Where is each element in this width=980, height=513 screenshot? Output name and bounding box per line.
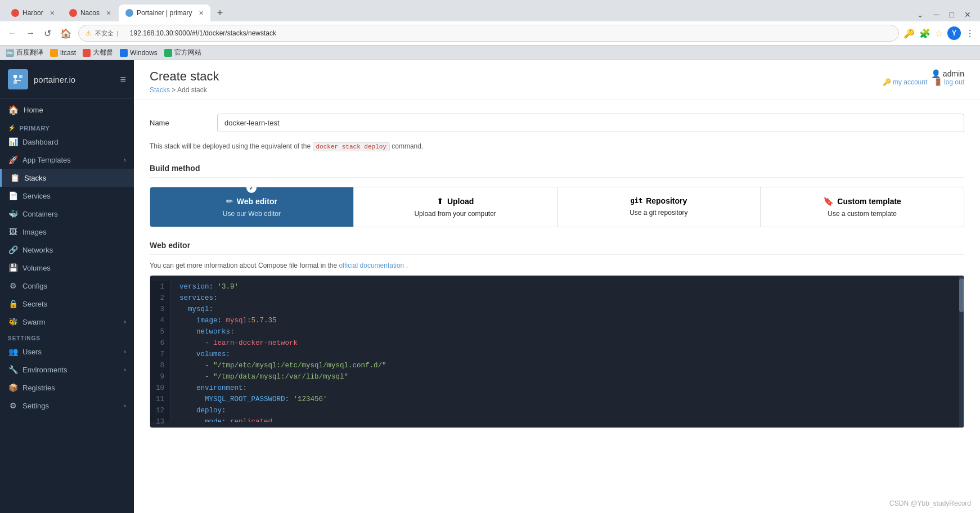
sidebar-item-home[interactable]: 🏠 Home <box>0 99 134 121</box>
address-bar: ← → ↺ 🏠 ⚠ 不安全 | 🔑 🧩 ☆ Y ⋮ <box>0 21 980 46</box>
dashboard-icon: 📊 <box>8 137 18 146</box>
template-icon: 🔖 <box>823 196 834 206</box>
bookmark-icon <box>164 49 172 57</box>
bookmark-official[interactable]: 官方网站 <box>164 48 201 57</box>
star-icon[interactable]: ☆ <box>935 28 943 39</box>
sidebar-item-environments[interactable]: 🔧 Environments › <box>0 361 134 379</box>
profile-icon[interactable]: Y <box>947 26 961 40</box>
sidebar-label-users: Users <box>23 348 42 356</box>
custom-tab-title: Custom template <box>837 197 901 206</box>
git-tab-subtitle: Use a git repository <box>630 209 687 217</box>
bookmark-dadu[interactable]: 大都督 <box>83 48 113 57</box>
reload-button[interactable]: ↺ <box>42 27 53 40</box>
name-input[interactable] <box>217 114 964 132</box>
header-user: 👤 admin 🔑 my account 🚪 log out <box>878 69 964 86</box>
build-method-label: Build method <box>150 164 964 178</box>
breadcrumb: Stacks > Add stack <box>150 86 219 94</box>
svg-rect-2 <box>14 80 17 84</box>
code-content[interactable]: version: '3.9' services: mysql: image: m… <box>170 281 964 422</box>
bookmark-baidu[interactable]: 🔤 百度翻译 <box>6 48 43 57</box>
logout-icon: 🚪 <box>934 78 942 86</box>
logout-link[interactable]: 🚪 log out <box>934 78 964 86</box>
new-tab-button[interactable]: + <box>212 5 229 21</box>
tab-close-icon[interactable]: × <box>106 9 111 17</box>
main-header: Create stack Stacks > Add stack 👤 admin … <box>134 60 980 100</box>
sidebar-logo: portainer.io ≡ <box>0 60 134 99</box>
sidebar-toggle-icon[interactable]: ≡ <box>120 74 126 86</box>
git-icon: git <box>630 197 642 205</box>
sidebar-item-configs[interactable]: ⚙ Configs <box>0 277 134 295</box>
menu-icon[interactable]: ⋮ <box>965 28 974 39</box>
watermark: CSDN @Ybb_studyRecord <box>889 500 971 507</box>
tab-nacos[interactable]: Nacos × <box>62 4 118 21</box>
tab-close-icon[interactable]: × <box>199 9 204 17</box>
extensions-icon[interactable]: 🧩 <box>919 28 930 39</box>
forward-button[interactable]: → <box>24 27 37 39</box>
networks-icon: 🔗 <box>8 245 18 254</box>
sidebar-item-app-templates[interactable]: 🚀 App Templates › <box>0 151 134 169</box>
url-input[interactable] <box>122 27 892 39</box>
tab-label: Portainer | primary <box>137 9 192 17</box>
minimize-icon[interactable]: ─ <box>929 8 944 21</box>
sidebar-item-stacks[interactable]: 📋 Stacks <box>0 169 134 187</box>
restore-icon[interactable]: □ <box>945 8 959 21</box>
sidebar-item-containers[interactable]: 🐳 Containers <box>0 205 134 223</box>
tab-label: Harbor <box>23 9 43 17</box>
tab-close-icon[interactable]: × <box>50 9 55 17</box>
name-label: Name <box>150 119 217 127</box>
bookmark-itcast[interactable]: itcast <box>50 49 76 57</box>
close-window-icon[interactable]: ✕ <box>960 8 975 21</box>
my-account-link[interactable]: 🔑 my account <box>883 78 929 86</box>
insecure-label: 不安全 <box>95 29 114 38</box>
breadcrumb-stacks-link[interactable]: Stacks <box>150 86 170 94</box>
sidebar-item-networks[interactable]: 🔗 Networks <box>0 241 134 259</box>
official-docs-link[interactable]: official documentation <box>339 262 406 269</box>
settings-section-label: SETTINGS <box>0 331 134 343</box>
sidebar-item-services[interactable]: 📄 Services <box>0 187 134 205</box>
web-editor-tab-subtitle: Use our Web editor <box>223 210 281 218</box>
logo-text: portainer.io <box>34 75 75 84</box>
code-line-6: - learn-docker-network <box>179 338 955 349</box>
check-badge: ✓ <box>245 187 258 194</box>
swarm-icon: 🐝 <box>8 317 18 326</box>
editor-scrollbar[interactable] <box>959 276 964 428</box>
home-button[interactable]: 🏠 <box>58 27 74 40</box>
password-icon[interactable]: 🔑 <box>903 28 915 39</box>
code-line-11: MYSQL_ROOT_PASSWORD: '123456' <box>179 394 955 405</box>
primary-section: ⚡ PRIMARY <box>0 121 134 133</box>
code-editor[interactable]: 1 2 3 4 5 6 7 8 9 10 11 12 13 14 <box>150 276 964 428</box>
sidebar-item-settings[interactable]: ⚙ Settings › <box>0 397 134 415</box>
sidebar-label-networks: Networks <box>23 246 53 254</box>
sidebar-item-users[interactable]: 👥 Users › <box>0 343 134 361</box>
tab-portainer[interactable]: Portainer | primary × <box>119 4 210 21</box>
sidebar-item-secrets[interactable]: 🔒 Secrets <box>0 295 134 313</box>
build-tab-web-editor[interactable]: ✓ ✏ Web editor Use our Web editor <box>150 187 354 227</box>
docker-command-code: docker stack deploy <box>313 142 390 151</box>
sidebar-item-registries[interactable]: 📦 Registries <box>0 379 134 397</box>
secrets-icon: 🔒 <box>8 299 18 308</box>
code-line-3: mysql: <box>179 304 955 315</box>
sidebar-item-dashboard[interactable]: 📊 Dashboard <box>0 133 134 151</box>
editor-scrollbar-thumb[interactable] <box>959 278 964 312</box>
build-tab-git[interactable]: git Repository Use a git repository <box>558 187 761 227</box>
tab-harbor[interactable]: Harbor × <box>5 4 61 21</box>
editor-icon: ✏ <box>226 196 233 206</box>
sidebar-item-swarm[interactable]: 🐝 Swarm › <box>0 313 134 331</box>
back-button[interactable]: ← <box>6 27 19 39</box>
custom-tab-subtitle: Use a custom template <box>828 210 897 218</box>
sidebar-item-volumes[interactable]: 💾 Volumes <box>0 259 134 277</box>
app: portainer.io ≡ 🏠 Home ⚡ PRIMARY 📊 Dashbo… <box>0 60 980 513</box>
build-tab-upload[interactable]: ⬆ Upload Upload from your computer <box>354 187 558 227</box>
build-tab-custom[interactable]: 🔖 Custom template Use a custom template <box>761 187 964 227</box>
code-line-9: - "/tmp/data/mysql:/var/lib/mysql" <box>179 371 955 382</box>
bookmark-label: Windows <box>130 49 158 57</box>
user-icon: 👤 <box>931 69 941 78</box>
tab-overflow-icon[interactable]: ⌄ <box>912 8 928 21</box>
chevron-right-icon: › <box>124 402 126 409</box>
sidebar-item-images[interactable]: 🖼 Images <box>0 223 134 241</box>
app-templates-icon: 🚀 <box>8 155 18 164</box>
editor-info: You can get more information about Compo… <box>150 262 964 269</box>
users-icon: 👥 <box>8 347 18 356</box>
bookmark-windows[interactable]: Windows <box>120 49 158 57</box>
services-icon: 📄 <box>8 191 18 200</box>
